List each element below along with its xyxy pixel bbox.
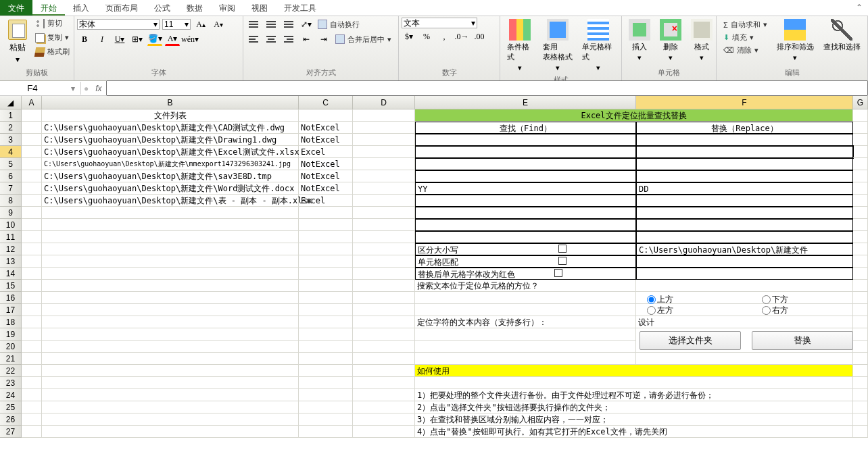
row-header[interactable]: 18 <box>0 316 22 328</box>
row-header[interactable]: 27 <box>0 426 22 438</box>
row-header[interactable]: 5 <box>0 158 22 170</box>
row-header[interactable]: 16 <box>0 292 22 304</box>
row-header[interactable]: 1 <box>0 109 22 122</box>
align-bottom-button[interactable] <box>281 18 296 31</box>
percent-button[interactable]: % <box>419 30 434 43</box>
align-left-button[interactable] <box>246 32 261 46</box>
col-header-D[interactable]: D <box>353 96 415 109</box>
cut-button[interactable]: 剪切 <box>34 18 71 29</box>
tab-file[interactable]: 文件 <box>0 0 32 16</box>
row-header[interactable]: 2 <box>0 122 22 134</box>
row-header[interactable]: 12 <box>0 243 22 255</box>
row-header[interactable]: 22 <box>0 365 22 377</box>
redfont-checkbox[interactable] <box>554 269 562 277</box>
cell-style-button[interactable]: 单元格样式▾ <box>578 18 619 74</box>
select-all-corner[interactable]: ◢ <box>0 96 22 109</box>
active-cell[interactable] <box>636 146 853 158</box>
file-list-header[interactable]: 文件列表 <box>42 109 299 122</box>
row-header[interactable]: 25 <box>0 401 22 413</box>
col-header-A[interactable]: A <box>22 96 42 109</box>
format-table-button[interactable]: 套用 表格格式▾ <box>539 18 577 74</box>
fill-color-button[interactable]: 🪣▾ <box>147 32 162 46</box>
main-title[interactable]: Excel文件定位批量查找替换 <box>415 109 853 122</box>
indent-increase-button[interactable]: ⇥ <box>316 32 331 46</box>
row-header[interactable]: 14 <box>0 268 22 280</box>
col-header-E[interactable]: E <box>415 96 636 109</box>
merge-center-button[interactable]: 合并后居中▾ <box>334 34 393 45</box>
tab-view[interactable]: 视图 <box>243 0 276 16</box>
col-header-F[interactable]: F <box>636 96 853 109</box>
ribbon-minimize-icon[interactable]: ⌃ <box>850 0 868 16</box>
row-header[interactable]: 11 <box>0 231 22 243</box>
fx-icon[interactable]: fx <box>91 84 105 93</box>
row-header[interactable]: 19 <box>0 328 22 341</box>
paste-button[interactable]: 粘贴 ▾ <box>3 18 32 66</box>
row-header[interactable]: 4 <box>0 146 22 158</box>
tab-data[interactable]: 数据 <box>178 0 211 16</box>
row-header[interactable]: 9 <box>0 207 22 219</box>
align-right-button[interactable] <box>281 32 296 46</box>
align-middle-button[interactable] <box>264 18 279 31</box>
bold-button[interactable]: B <box>77 32 92 46</box>
row-header[interactable]: 15 <box>0 280 22 292</box>
tab-home[interactable]: 开始 <box>32 0 65 16</box>
wrap-text-button[interactable]: 自动换行 <box>316 19 361 30</box>
decrease-decimal-button[interactable]: .00 <box>472 30 487 43</box>
choose-folder-button[interactable]: 选择文件夹 <box>640 331 741 350</box>
align-center-button[interactable] <box>264 32 279 46</box>
replace-button[interactable]: 替换 <box>752 331 853 350</box>
row-header[interactable]: 17 <box>0 304 22 316</box>
comma-button[interactable]: , <box>437 30 452 43</box>
currency-button[interactable]: $▾ <box>402 30 416 43</box>
row-header[interactable]: 20 <box>0 341 22 353</box>
col-header-G[interactable]: G <box>853 96 868 109</box>
tab-dev[interactable]: 开发工具 <box>276 0 324 16</box>
tab-insert[interactable]: 插入 <box>65 0 97 16</box>
row-header[interactable]: 8 <box>0 195 22 207</box>
radio-right[interactable]: 右方 <box>762 304 788 316</box>
italic-button[interactable]: I <box>95 32 110 46</box>
insert-cells-button[interactable]: 插入▾ <box>625 18 654 66</box>
format-painter-button[interactable]: 格式刷 <box>34 46 71 57</box>
radio-left[interactable]: 左方 <box>647 304 673 316</box>
indent-decrease-button[interactable]: ⇤ <box>299 32 314 46</box>
font-name-combo[interactable]: ▾ <box>77 19 160 30</box>
col-header-C[interactable]: C <box>299 96 353 109</box>
decrease-font-button[interactable]: A▾ <box>211 18 226 31</box>
formula-bar[interactable] <box>106 80 868 96</box>
sort-filter-button[interactable]: 排序和筛选▾ <box>773 18 818 66</box>
row-header[interactable]: 13 <box>0 255 22 268</box>
align-top-button[interactable] <box>246 18 261 31</box>
clear-button[interactable]: ⌫清除▾ <box>722 45 769 56</box>
delete-cells-button[interactable]: 删除▾ <box>656 18 685 66</box>
row-header[interactable]: 10 <box>0 219 22 231</box>
border-button[interactable]: ⊞▾ <box>130 32 145 46</box>
tab-formula[interactable]: 公式 <box>146 0 178 16</box>
row-header[interactable]: 26 <box>0 413 22 426</box>
row-header[interactable]: 23 <box>0 377 22 389</box>
wholecell-checkbox[interactable] <box>558 257 566 265</box>
row-header[interactable]: 21 <box>0 353 22 365</box>
row-header[interactable]: 24 <box>0 389 22 401</box>
increase-font-button[interactable]: A▴ <box>193 18 208 31</box>
underline-button[interactable]: U▾ <box>112 32 127 46</box>
phonetic-button[interactable]: wén▾ <box>183 32 197 46</box>
row-header[interactable]: 7 <box>0 182 22 195</box>
conditional-format-button[interactable]: 条件格式▾ <box>503 18 537 74</box>
row-header[interactable]: 6 <box>0 170 22 182</box>
col-header-B[interactable]: B <box>42 96 299 109</box>
find-select-button[interactable]: 查找和选择 <box>819 18 865 66</box>
howto-header[interactable]: 如何使用 <box>415 365 853 377</box>
autosum-button[interactable]: Σ自动求和▾ <box>722 19 769 30</box>
replace-header[interactable]: 替换（Replace） <box>636 122 853 134</box>
format-cells-button[interactable]: 格式▾ <box>687 18 717 66</box>
font-size-combo[interactable]: ▾ <box>162 19 191 30</box>
orientation-button[interactable]: ⤢▾ <box>299 18 314 31</box>
name-box[interactable]: ▾ <box>0 82 81 95</box>
copy-button[interactable]: 复制▾ <box>34 32 71 43</box>
find-header[interactable]: 查找（Find） <box>415 122 636 134</box>
number-format-combo[interactable]: ▾ <box>402 18 477 28</box>
row-header[interactable]: 3 <box>0 134 22 146</box>
font-color-button[interactable]: A▾ <box>165 32 180 46</box>
case-checkbox[interactable] <box>558 245 566 253</box>
